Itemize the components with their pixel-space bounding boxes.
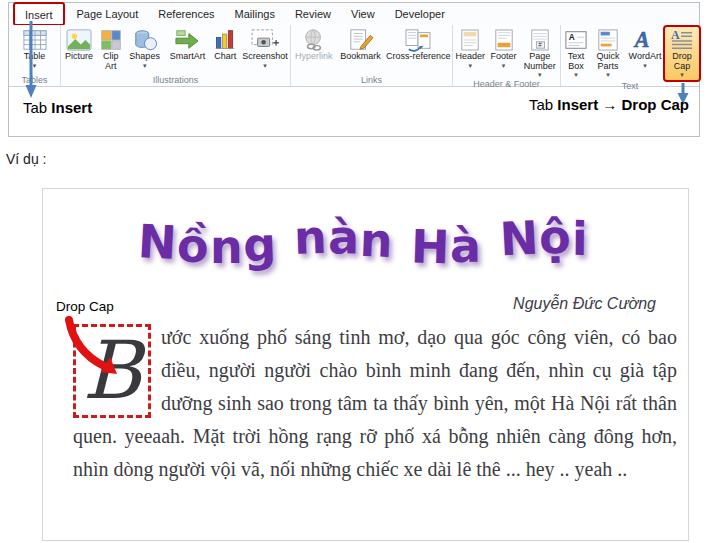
illustrations-group-label: Illustrations [61, 74, 290, 86]
example-intro: Ví dụ : [6, 151, 46, 167]
tab-developer[interactable]: Developer [385, 8, 455, 20]
dropdown-arrow-icon: ▾ [502, 62, 506, 69]
chart-button[interactable]: Chart [210, 27, 240, 62]
hyperlink-button[interactable]: Hyperlink [292, 27, 336, 62]
insert-tab-callout-arrow [25, 21, 37, 99]
text-box-label: Text Box [561, 52, 591, 71]
caption-prefix: Tab [23, 99, 51, 116]
example-document: Nồng nàn Hà Nội Nguyễn Đức Cường Drop Ca… [42, 188, 689, 541]
tab-bar: Insert Page Layout References Mailings R… [9, 3, 699, 26]
dropdown-arrow-icon: ▾ [643, 62, 647, 69]
page-number-button[interactable]: # Page Number ▾ [520, 27, 560, 78]
text-box-button[interactable]: A Text Box ▾ [561, 27, 591, 78]
wordart-icon: A [633, 27, 657, 52]
bookmark-label: Bookmark [340, 52, 381, 62]
page-number-icon: # [530, 27, 550, 52]
text-box-icon: A [564, 27, 588, 52]
smartart-button[interactable]: SmartArt [165, 27, 211, 62]
page-number-label: Page Number [520, 52, 560, 71]
tab-page-layout[interactable]: Page Layout [67, 8, 149, 20]
header-icon [460, 27, 480, 52]
screenshot-icon [250, 27, 280, 52]
cross-reference-button[interactable]: Cross-reference [385, 27, 451, 62]
drop-cap-button[interactable]: A Drop Cap ▾ [665, 27, 699, 80]
clip-art-label: Clip Art [97, 52, 125, 71]
dropdown-arrow-icon: ▾ [263, 62, 267, 69]
group-header-footer: Header ▾ Footer ▾ [453, 25, 561, 86]
header-label: Header [455, 52, 485, 62]
svg-text:#: # [538, 41, 542, 48]
chart-icon [214, 27, 236, 52]
tab-review[interactable]: Review [285, 8, 341, 20]
picture-button[interactable]: Picture [61, 27, 97, 62]
cross-reference-label: Cross-reference [386, 52, 451, 62]
drop-cap-icon: A [670, 27, 694, 52]
tab-insert[interactable]: Insert [17, 9, 61, 21]
bookmark-icon [348, 27, 374, 52]
group-links: Hyperlink Bookmark [291, 25, 453, 86]
wordart-label: WordArt [629, 52, 662, 62]
caption-bold: Insert [51, 99, 92, 116]
group-illustrations: Picture Clip Art [61, 25, 291, 86]
ribbon: Table ▾ Tables [9, 25, 699, 87]
links-group-label: Links [291, 74, 452, 86]
footer-label: Footer [490, 52, 516, 62]
quick-parts-icon [597, 27, 619, 52]
shapes-label: Shapes [129, 52, 160, 62]
page: Insert Page Layout References Mailings R… [0, 0, 709, 543]
shapes-button[interactable]: Shapes ▾ [125, 27, 165, 69]
caption-bold: Insert → Drop Cap [557, 96, 689, 113]
footer-button[interactable]: Footer ▾ [488, 27, 520, 69]
chart-label: Chart [214, 52, 236, 62]
wordart-title: Nồng nàn Hà Nội [83, 215, 643, 269]
dropdown-arrow-icon: ▾ [574, 71, 578, 78]
footer-icon [494, 27, 514, 52]
insert-tab-highlight-box: Insert [13, 2, 65, 26]
dropdown-arrow-icon: ▾ [680, 71, 684, 78]
author-name: Nguyễn Đức Cường [513, 295, 656, 313]
smartart-icon [173, 27, 201, 52]
dropdown-arrow-icon: ▾ [538, 71, 542, 78]
screenshot-label: Screenshot [242, 52, 288, 62]
caption-prefix: Tab [529, 96, 557, 113]
quick-parts-button[interactable]: Quick Parts ▾ [591, 27, 625, 78]
hyperlink-label: Hyperlink [295, 52, 333, 62]
dropdown-arrow-icon: ▾ [468, 62, 472, 69]
header-button[interactable]: Header ▾ [453, 27, 487, 69]
header-footer-group-label: Header & Footer [453, 78, 560, 90]
drop-cap-label-ribbon: Drop Cap [667, 52, 697, 71]
clip-art-icon [100, 27, 122, 52]
drop-cap-pointer-arrow [59, 315, 133, 379]
svg-text:A: A [633, 28, 650, 52]
picture-label: Picture [65, 52, 93, 62]
bookmark-button[interactable]: Bookmark [337, 27, 385, 62]
dropdown-arrow-icon: ▾ [606, 71, 610, 78]
svg-text:A: A [569, 33, 575, 42]
dropdown-arrow-icon: ▾ [143, 62, 147, 69]
tab-references[interactable]: References [148, 8, 224, 20]
wordart-button[interactable]: A WordArt ▾ [625, 27, 665, 69]
smartart-label: SmartArt [170, 52, 206, 62]
svg-text:A: A [671, 29, 680, 42]
tab-view[interactable]: View [341, 8, 385, 20]
group-text: A Text Box ▾ [561, 25, 699, 86]
tab-mailings[interactable]: Mailings [225, 8, 285, 20]
quick-parts-label: Quick Parts [591, 52, 625, 71]
caption-tab-insert: Tab Insert [23, 99, 92, 116]
ribbon-screenshot: Insert Page Layout References Mailings R… [8, 2, 700, 137]
body-paragraph: Bước xuống phố sáng tinh mơ, dạo qua góc… [73, 321, 677, 486]
drop-cap-callout-label: Drop Cap [56, 299, 114, 314]
clip-art-button[interactable]: Clip Art [97, 27, 125, 71]
cross-reference-icon [404, 27, 432, 52]
body-text: ước xuống phố sáng tinh mơ, dạo qua góc … [73, 326, 677, 480]
shapes-icon [132, 27, 158, 52]
screenshot-button[interactable]: Screenshot ▾ [240, 27, 290, 69]
caption-tab-insert-drop-cap: Tab Insert → Drop Cap [529, 96, 689, 113]
hyperlink-icon [301, 27, 327, 52]
picture-icon [65, 27, 93, 52]
